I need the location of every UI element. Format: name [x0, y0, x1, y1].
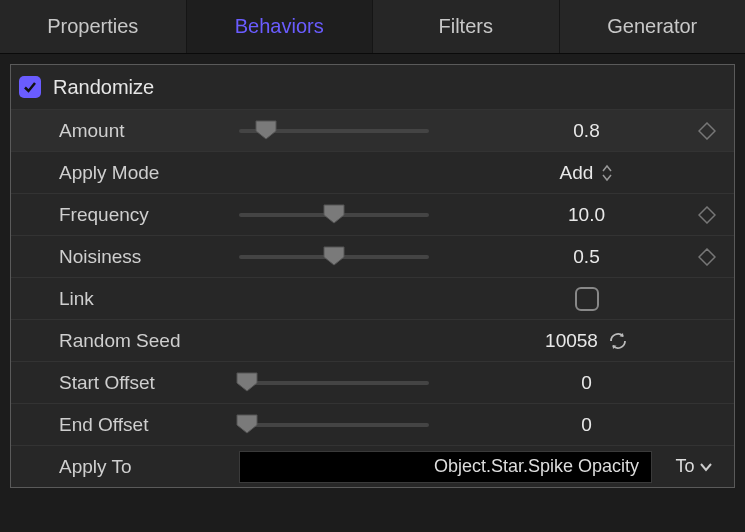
tab-properties[interactable]: Properties — [0, 0, 187, 53]
group-header-randomize: Randomize — [11, 65, 734, 109]
regenerate-icon[interactable] — [608, 331, 628, 351]
slider-thumb-icon[interactable] — [236, 372, 258, 392]
slider-thumb-icon[interactable] — [323, 246, 345, 266]
apply-to-value: Object.Star.Spike Opacity — [434, 456, 639, 477]
apply-mode-value[interactable]: Add — [560, 162, 594, 184]
param-row-random-seed: Random Seed 10058 — [11, 319, 734, 361]
slider-thumb-icon[interactable] — [255, 120, 277, 140]
param-label: End Offset — [59, 414, 239, 436]
param-row-apply-mode: Apply Mode Add — [11, 151, 734, 193]
behavior-panel: Randomize Amount 0.8 Apply Mode Add — [10, 64, 735, 488]
param-row-apply-to: Apply To Object.Star.Spike Opacity To — [11, 445, 734, 487]
tab-behaviors[interactable]: Behaviors — [187, 0, 374, 53]
random-seed-value[interactable]: 10058 — [545, 330, 598, 352]
start-offset-value[interactable]: 0 — [581, 372, 592, 394]
param-label: Apply To — [59, 456, 239, 478]
slider-thumb-icon[interactable] — [323, 204, 345, 224]
noisiness-slider[interactable] — [239, 255, 439, 259]
updown-caret-icon[interactable] — [601, 164, 613, 182]
frequency-value[interactable]: 10.0 — [568, 204, 605, 226]
start-offset-slider[interactable] — [239, 381, 439, 385]
end-offset-value[interactable]: 0 — [581, 414, 592, 436]
link-checkbox[interactable] — [575, 287, 599, 311]
chevron-down-icon — [699, 462, 713, 472]
param-row-end-offset: End Offset 0 — [11, 403, 734, 445]
noisiness-value[interactable]: 0.5 — [573, 246, 599, 268]
frequency-slider[interactable] — [239, 213, 439, 217]
param-label: Start Offset — [59, 372, 239, 394]
apply-to-menu-button[interactable]: To — [662, 451, 726, 483]
enable-checkbox[interactable] — [19, 76, 41, 98]
group-title: Randomize — [53, 76, 154, 99]
param-row-link: Link — [11, 277, 734, 319]
tab-filters[interactable]: Filters — [373, 0, 560, 53]
amount-slider[interactable] — [239, 129, 439, 133]
param-label: Random Seed — [59, 330, 239, 352]
keyframe-icon[interactable] — [698, 122, 716, 140]
slider-thumb-icon[interactable] — [236, 414, 258, 434]
tab-generator[interactable]: Generator — [560, 0, 746, 53]
keyframe-icon[interactable] — [698, 248, 716, 266]
keyframe-icon[interactable] — [698, 206, 716, 224]
check-icon — [22, 79, 38, 95]
param-label: Frequency — [59, 204, 239, 226]
inspector-tabs: Properties Behaviors Filters Generator — [0, 0, 745, 54]
param-label: Noisiness — [59, 246, 239, 268]
apply-to-field[interactable]: Object.Star.Spike Opacity — [239, 451, 652, 483]
param-row-amount: Amount 0.8 — [11, 109, 734, 151]
param-row-noisiness: Noisiness 0.5 — [11, 235, 734, 277]
amount-value[interactable]: 0.8 — [573, 120, 599, 142]
param-row-start-offset: Start Offset 0 — [11, 361, 734, 403]
param-label: Apply Mode — [59, 162, 239, 184]
param-label: Amount — [59, 120, 239, 142]
end-offset-slider[interactable] — [239, 423, 439, 427]
param-row-frequency: Frequency 10.0 — [11, 193, 734, 235]
param-label: Link — [59, 288, 239, 310]
